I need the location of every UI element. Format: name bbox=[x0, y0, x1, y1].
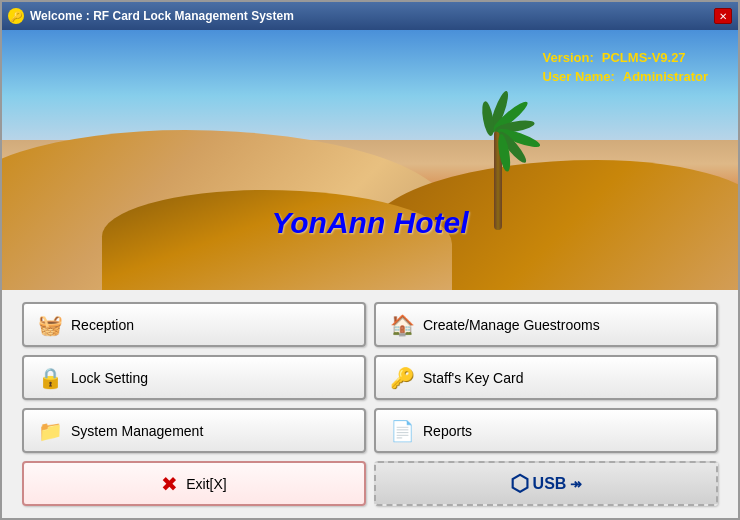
close-button[interactable]: ✕ bbox=[714, 8, 732, 24]
usb-arrow: ↠ bbox=[570, 476, 582, 492]
buttons-area: 🧺 Reception 🏠 Create/Manage Guestrooms 🔒… bbox=[2, 290, 738, 518]
version-row: Version: PCLMS-V9.27 bbox=[543, 50, 709, 65]
reports-label: Reports bbox=[423, 423, 472, 439]
staffs-key-icon: 🔑 bbox=[390, 368, 415, 388]
exit-button[interactable]: ✖ Exit[X] bbox=[22, 461, 366, 506]
username-value: Administrator bbox=[623, 69, 708, 84]
usb-button[interactable]: ⬡ USB ↠ bbox=[374, 461, 718, 506]
lock-setting-label: Lock Setting bbox=[71, 370, 148, 386]
usb-icon: ⬡ bbox=[510, 471, 529, 497]
username-row: User Name: Administrator bbox=[543, 69, 709, 84]
titlebar: 🔑 Welcome : RF Card Lock Management Syst… bbox=[2, 2, 738, 30]
palm-tree bbox=[478, 100, 518, 230]
main-window: 🔑 Welcome : RF Card Lock Management Syst… bbox=[0, 0, 740, 520]
exit-icon: ✖ bbox=[161, 474, 178, 494]
usb-logo: ⬡ USB ↠ bbox=[510, 471, 583, 497]
lock-setting-button[interactable]: 🔒 Lock Setting bbox=[22, 355, 366, 400]
reports-button[interactable]: 📄 Reports bbox=[374, 408, 718, 453]
username-label: User Name: bbox=[543, 69, 615, 84]
app-icon: 🔑 bbox=[8, 8, 24, 24]
system-management-label: System Management bbox=[71, 423, 203, 439]
create-manage-label: Create/Manage Guestrooms bbox=[423, 317, 600, 333]
titlebar-left: 🔑 Welcome : RF Card Lock Management Syst… bbox=[8, 8, 294, 24]
reception-icon: 🧺 bbox=[38, 315, 63, 335]
create-manage-button[interactable]: 🏠 Create/Manage Guestrooms bbox=[374, 302, 718, 347]
window-title: Welcome : RF Card Lock Management System bbox=[30, 9, 294, 23]
system-management-icon: 📁 bbox=[38, 421, 63, 441]
version-label: Version: bbox=[543, 50, 594, 65]
exit-label: Exit[X] bbox=[186, 476, 226, 492]
staffs-key-label: Staff's Key Card bbox=[423, 370, 523, 386]
create-manage-icon: 🏠 bbox=[390, 315, 415, 335]
system-management-button[interactable]: 📁 System Management bbox=[22, 408, 366, 453]
hero-banner: Version: PCLMS-V9.27 User Name: Administ… bbox=[2, 30, 738, 290]
version-value: PCLMS-V9.27 bbox=[602, 50, 686, 65]
reception-label: Reception bbox=[71, 317, 134, 333]
reception-button[interactable]: 🧺 Reception bbox=[22, 302, 366, 347]
reports-icon: 📄 bbox=[390, 421, 415, 441]
info-overlay: Version: PCLMS-V9.27 User Name: Administ… bbox=[543, 50, 709, 88]
staffs-key-button[interactable]: 🔑 Staff's Key Card bbox=[374, 355, 718, 400]
usb-label: USB bbox=[533, 475, 567, 493]
lock-setting-icon: 🔒 bbox=[38, 368, 63, 388]
hotel-name: YonAnn Hotel bbox=[271, 206, 468, 240]
